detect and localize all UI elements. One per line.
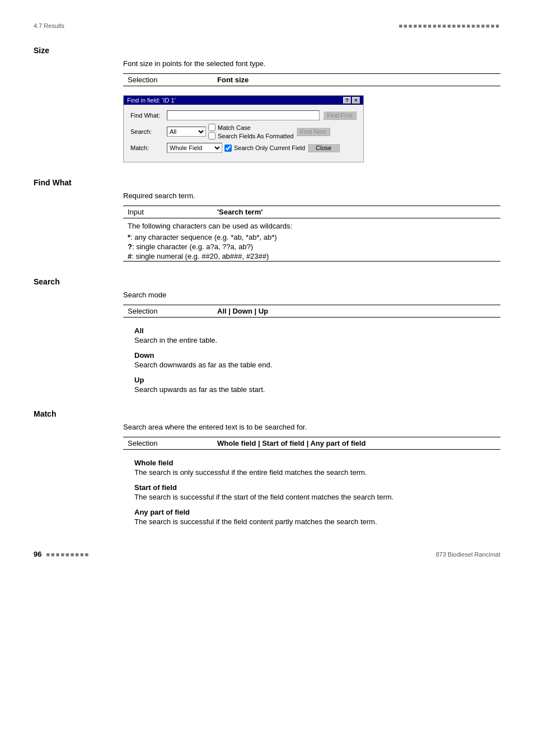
- match-any-item: Any part of field The search is successf…: [134, 508, 500, 526]
- find-what-heading: Find What: [34, 178, 500, 187]
- match-select[interactable]: Whole Field Start of Field Any part of f…: [167, 143, 222, 153]
- find-what-input[interactable]: [167, 110, 320, 120]
- size-content: Font size in points for the selected fon…: [123, 59, 500, 162]
- size-table: Selection Font size: [123, 73, 500, 86]
- find-what-description: Required search term.: [123, 192, 500, 200]
- footer-page-number: 96: [34, 550, 41, 558]
- header-section-label: 4.7 Results: [34, 22, 64, 29]
- match-case-row: Match Case: [208, 124, 294, 131]
- find-what-label: Find What:: [130, 112, 167, 119]
- match-whole-desc: The search is only successful if the ent…: [134, 468, 500, 477]
- wildcard-hash-desc: : single numeral (e.g. ##20, ab###, #23#…: [132, 252, 269, 260]
- search-down-heading: Down: [134, 351, 500, 360]
- match-description: Search area where the entered text is to…: [123, 423, 500, 431]
- size-table-header: Selection Font size: [123, 74, 500, 86]
- dialog-title-buttons: ? ×: [343, 97, 360, 104]
- find-what-col1: Input: [123, 206, 213, 218]
- match-table-header: Selection Whole field | Start of field |…: [123, 437, 500, 450]
- wildcard-star-desc: : any character sequence (e.g. *ab, *ab*…: [130, 233, 277, 241]
- dialog-close-button[interactable]: ×: [352, 97, 360, 104]
- match-start-desc: The search is successful if the start of…: [134, 493, 500, 501]
- size-col1: Selection: [123, 74, 213, 86]
- search-content: Search mode Selection All | Down | Up Al…: [123, 291, 500, 394]
- match-label: Match:: [130, 144, 167, 151]
- size-heading: Size: [34, 46, 500, 55]
- dialog-body: Find What: Find First Search: All Down U…: [124, 105, 363, 162]
- find-next-button[interactable]: Find Next: [296, 127, 330, 136]
- search-only-current-row: Search Only Current Field: [224, 144, 305, 152]
- page-footer: 96 ■■■■■■■■■ 873 Biodiesel Rancimat: [34, 550, 500, 558]
- match-row: Match: Whole Field Start of Field Any pa…: [130, 143, 357, 153]
- wildcard-question-char: ?: [128, 242, 132, 251]
- search-all-desc: Search in the entire table.: [134, 336, 500, 344]
- match-any-heading: Any part of field: [134, 508, 500, 516]
- match-whole-heading: Whole field: [134, 459, 500, 467]
- search-up-item: Up Search upwards as far as the table st…: [134, 376, 500, 394]
- find-what-wildcard-intro-row: The following characters can be used as …: [123, 218, 500, 233]
- match-start-heading: Start of field: [134, 483, 500, 492]
- search-description: Search mode: [123, 291, 500, 299]
- match-table: Selection Whole field | Start of field |…: [123, 437, 500, 450]
- search-up-desc: Search upwards as far as the table start…: [134, 385, 500, 394]
- wildcard-star-row: *: any character sequence (e.g. *ab, *ab…: [123, 232, 500, 242]
- search-only-current-label: Search Only Current Field: [234, 144, 305, 151]
- match-whole-item: Whole field The search is only successfu…: [134, 459, 500, 477]
- size-description: Font size in points for the selected fon…: [123, 59, 500, 68]
- dialog-help-button[interactable]: ?: [343, 97, 351, 104]
- find-what-col2: 'Search term': [213, 206, 500, 218]
- close-dialog-button[interactable]: Close: [307, 143, 340, 152]
- search-table: Selection All | Down | Up: [123, 305, 500, 318]
- search-heading: Search: [34, 277, 500, 286]
- match-content: Search area where the entered text is to…: [123, 423, 500, 526]
- dialog-titlebar: Find in field: 'ID 1' ? ×: [124, 96, 363, 105]
- search-section: Search Search mode Selection All | Down …: [34, 277, 500, 394]
- find-what-row: Find What: Find First: [130, 110, 357, 120]
- search-all-item: All Search in the entire table.: [134, 326, 500, 344]
- size-section: Size Font size in points for the selecte…: [34, 46, 500, 162]
- find-dialog: Find in field: 'ID 1' ? × Find What: Fin…: [123, 95, 364, 162]
- match-heading: Match: [34, 409, 500, 418]
- footer-dots: ■■■■■■■■■: [46, 551, 90, 558]
- search-all-heading: All: [134, 326, 500, 335]
- search-fields-formatted-checkbox[interactable]: [208, 132, 216, 139]
- find-what-table-header: Input 'Search term': [123, 206, 500, 218]
- checkbox-group: Match Case Search Fields As Formatted: [208, 124, 294, 139]
- match-start-item: Start of field The search is successful …: [134, 483, 500, 501]
- match-any-desc: The search is successful if the field co…: [134, 517, 500, 526]
- match-section: Match Search area where the entered text…: [34, 409, 500, 526]
- search-col2: All | Down | Up: [213, 305, 500, 318]
- search-down-item: Down Search downwards as far as the tabl…: [134, 351, 500, 369]
- search-table-header: Selection All | Down | Up: [123, 305, 500, 318]
- find-what-table: Input 'Search term' The following charac…: [123, 206, 500, 262]
- footer-product: 873 Biodiesel Rancimat: [435, 551, 500, 558]
- search-col1: Selection: [123, 305, 213, 318]
- search-select[interactable]: All Down Up: [167, 127, 206, 137]
- find-what-content: Required search term. Input 'Search term…: [123, 192, 500, 262]
- search-only-group: Search Only Current Field: [224, 144, 305, 152]
- wildcard-question-desc: : single character (e.g. a?a, ??a, ab?): [132, 242, 253, 251]
- match-col1: Selection: [123, 437, 213, 450]
- search-down-desc: Search downwards as far as the table end…: [134, 361, 500, 369]
- search-fields-formatted-row: Search Fields As Formatted: [208, 132, 294, 139]
- match-col2: Whole field | Start of field | Any part …: [213, 437, 500, 450]
- search-only-current-checkbox[interactable]: [224, 144, 232, 152]
- page-header: 4.7 Results ■■■■■■■■■■■■■■■■■■■■■: [34, 22, 500, 29]
- wildcard-hash-row: #: single numeral (e.g. ##20, ab###, #23…: [123, 251, 500, 262]
- search-fields-formatted-label: Search Fields As Formatted: [218, 133, 294, 139]
- search-row: Search: All Down Up Match Case: [130, 124, 357, 139]
- search-up-heading: Up: [134, 376, 500, 384]
- search-label: Search:: [130, 128, 167, 135]
- dialog-title: Find in field: 'ID 1': [127, 97, 176, 104]
- find-what-section: Find What Required search term. Input 'S…: [34, 178, 500, 262]
- find-first-button[interactable]: Find First: [323, 111, 357, 120]
- wildcard-intro: The following characters can be used as …: [128, 222, 292, 230]
- match-case-label: Match Case: [218, 124, 251, 131]
- page: 4.7 Results ■■■■■■■■■■■■■■■■■■■■■ Size F…: [0, 0, 534, 575]
- match-case-checkbox[interactable]: [208, 124, 216, 131]
- wildcard-question-row: ?: single character (e.g. a?a, ??a, ab?): [123, 242, 500, 251]
- size-col2: Font size: [213, 74, 500, 86]
- header-dots: ■■■■■■■■■■■■■■■■■■■■■: [399, 22, 500, 29]
